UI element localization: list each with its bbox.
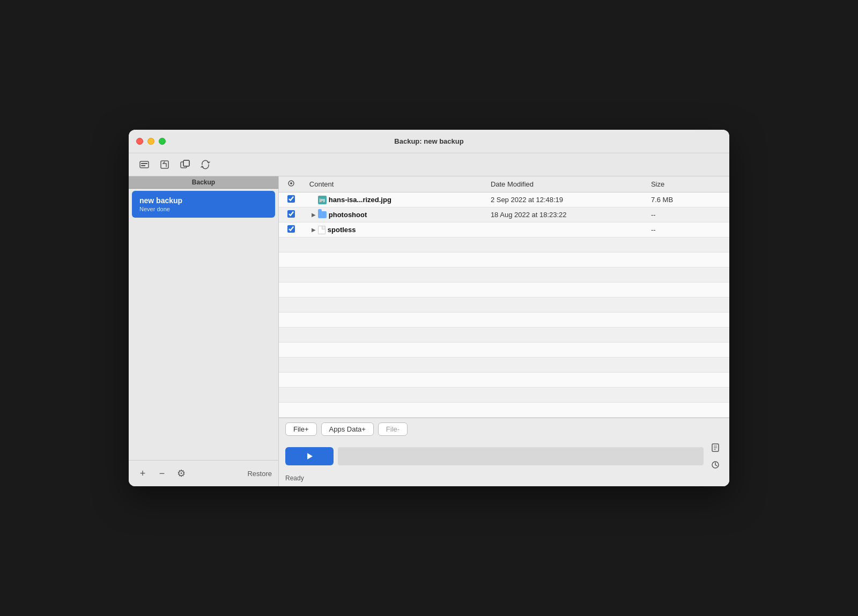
content-table: Content Date Modified Size xyxy=(279,176,729,418)
svg-rect-5 xyxy=(183,160,189,166)
expand-button[interactable]: ▶ xyxy=(309,227,318,233)
file-minus-button[interactable]: File- xyxy=(378,422,408,436)
row-size: -- xyxy=(646,207,729,222)
row-checkbox[interactable] xyxy=(287,210,295,218)
duplicate-tab-button[interactable] xyxy=(176,157,194,173)
sidebar-footer: + − ⚙ Restore xyxy=(129,460,278,486)
row-content-cell: jpg hans-isa...rized.jpg xyxy=(304,192,485,207)
empty-row xyxy=(279,343,729,358)
footer-buttons: File+ Apps Data+ File- xyxy=(285,422,723,436)
col-header-size: Size xyxy=(646,176,729,192)
sidebar-item-subtitle: Never done xyxy=(139,206,268,212)
row-date xyxy=(485,222,646,238)
row-date: 18 Aug 2022 at 18:23:22 xyxy=(485,207,646,222)
svg-marker-9 xyxy=(307,453,313,459)
folder-icon xyxy=(318,211,327,218)
row-expand-spacer xyxy=(309,196,318,204)
empty-row xyxy=(279,283,729,298)
empty-row xyxy=(279,388,729,403)
restore-icon xyxy=(159,159,170,170)
status-text: Ready xyxy=(285,474,723,482)
col-header-content: Content xyxy=(304,176,485,192)
document-icon xyxy=(711,443,720,452)
footer-icon-buttons xyxy=(708,440,723,472)
table-row: jpg hans-isa...rized.jpg 2 Sep 2022 at 1… xyxy=(279,192,729,207)
apps-data-plus-button[interactable]: Apps Data+ xyxy=(321,422,374,436)
row-checkbox-cell xyxy=(279,192,304,207)
history-button[interactable] xyxy=(708,457,723,472)
sidebar-header: Backup xyxy=(129,176,278,189)
target-icon xyxy=(287,180,295,187)
empty-row xyxy=(279,328,729,343)
row-checkbox[interactable] xyxy=(287,195,295,203)
toolbar xyxy=(129,153,729,176)
sync-tab-button[interactable] xyxy=(196,157,214,173)
main-window: Backup: new backup xyxy=(129,130,729,486)
svg-point-8 xyxy=(290,182,292,184)
content-footer: File+ Apps Data+ File- xyxy=(279,418,729,486)
row-checkbox-cell xyxy=(279,207,304,222)
restore-tab-button[interactable] xyxy=(156,157,174,173)
row-size: -- xyxy=(646,222,729,238)
empty-row xyxy=(279,298,729,313)
row-checkbox-cell xyxy=(279,222,304,238)
empty-row xyxy=(279,238,729,253)
row-size: 7.6 MB xyxy=(646,192,729,207)
log-button[interactable] xyxy=(708,440,723,455)
table-row: ▶ spotless -- xyxy=(279,222,729,238)
col-header-select xyxy=(279,176,304,192)
svg-rect-2 xyxy=(141,165,145,166)
sidebar-item-name: new backup xyxy=(139,196,268,205)
content-area: Content Date Modified Size xyxy=(279,176,729,486)
empty-row xyxy=(279,253,729,268)
close-button[interactable] xyxy=(136,138,143,145)
titlebar: Backup: new backup xyxy=(129,130,729,153)
table-row: ▶ photoshoot 18 Aug 2022 at 18:23:22 -- xyxy=(279,207,729,222)
col-header-date: Date Modified xyxy=(485,176,646,192)
file-name: spotless xyxy=(328,226,356,234)
traffic-lights xyxy=(136,138,166,145)
empty-row xyxy=(279,358,729,373)
sidebar: Backup new backup Never done + − ⚙ Resto… xyxy=(129,176,279,486)
backup-icon xyxy=(139,159,150,170)
add-backup-button[interactable]: + xyxy=(135,466,150,481)
settings-button[interactable]: ⚙ xyxy=(174,466,189,481)
file-table: Content Date Modified Size xyxy=(279,176,729,418)
window-title: Backup: new backup xyxy=(394,137,463,145)
start-backup-button[interactable] xyxy=(285,447,334,465)
row-content-cell: ▶ photoshoot xyxy=(304,207,485,222)
doc-icon xyxy=(318,226,326,234)
body-area: Backup new backup Never done + − ⚙ Resto… xyxy=(129,176,729,486)
empty-row xyxy=(279,313,729,328)
maximize-button[interactable] xyxy=(159,138,166,145)
duplicate-icon xyxy=(180,159,190,170)
file-name: photoshoot xyxy=(329,211,367,219)
sidebar-item-new-backup[interactable]: new backup Never done xyxy=(132,191,275,218)
sync-icon xyxy=(200,159,211,170)
minimize-button[interactable] xyxy=(147,138,154,145)
jpg-icon: jpg xyxy=(318,196,327,204)
remove-backup-button[interactable]: − xyxy=(154,466,169,481)
file-plus-button[interactable]: File+ xyxy=(285,422,317,436)
empty-row xyxy=(279,403,729,418)
svg-rect-1 xyxy=(141,163,147,164)
progress-bar xyxy=(338,447,704,465)
svg-rect-0 xyxy=(140,161,149,168)
empty-row xyxy=(279,373,729,388)
play-icon xyxy=(305,451,314,461)
row-date: 2 Sep 2022 at 12:48:19 xyxy=(485,192,646,207)
empty-row xyxy=(279,268,729,283)
row-content-cell: ▶ spotless xyxy=(304,222,485,238)
backup-tab-button[interactable] xyxy=(135,157,153,173)
restore-button[interactable]: Restore xyxy=(247,470,272,478)
file-name: hans-isa...rized.jpg xyxy=(329,196,391,204)
history-icon xyxy=(711,460,720,470)
footer-bottom-row xyxy=(285,440,723,472)
expand-button[interactable]: ▶ xyxy=(309,212,318,218)
row-checkbox[interactable] xyxy=(287,225,295,233)
